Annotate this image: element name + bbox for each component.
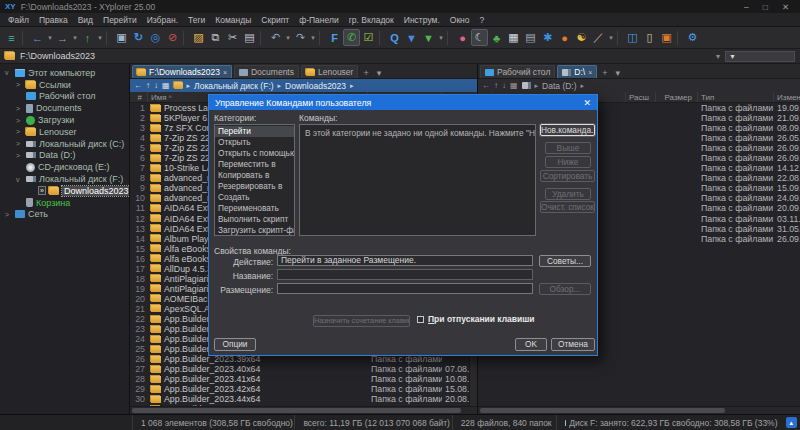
menu-commands[interactable]: Команды xyxy=(210,15,256,25)
tab-close-icon[interactable]: × xyxy=(223,69,227,76)
table-row[interactable]: 27 App.Builder_2023.40x64 Папка с файлам… xyxy=(130,364,477,374)
menu-go[interactable]: Перейти xyxy=(98,15,142,25)
menu-script[interactable]: Скрипт xyxy=(256,15,294,25)
category-item[interactable]: Резервировать в xyxy=(215,181,294,192)
forward-dropdown-icon[interactable]: ▾ xyxy=(71,29,79,46)
horizontal-scrollbar[interactable] xyxy=(478,406,800,414)
expander-icon[interactable]: > xyxy=(16,105,23,112)
toolbar-separator[interactable] xyxy=(617,31,622,45)
tab-list-dropdown-icon[interactable]: ▾ xyxy=(374,68,385,78)
commands-listbox[interactable]: В этой категории не задано ни одной кома… xyxy=(299,124,536,236)
toolbar-separator[interactable] xyxy=(319,31,324,45)
crumb-back-icon[interactable]: ← xyxy=(482,81,490,90)
expander-icon[interactable]: > xyxy=(5,211,12,218)
tab-documents[interactable]: Documents xyxy=(234,65,299,78)
column-header[interactable]: Тип xyxy=(698,92,774,102)
close-icon[interactable]: ✕ xyxy=(782,2,789,12)
toolbar-separator[interactable] xyxy=(379,31,384,45)
expander-icon[interactable]: > xyxy=(16,81,23,88)
assign-shortcut-button[interactable]: Назначить сочетание клавиш... xyxy=(313,315,410,327)
up-dropdown-icon[interactable]: ▾ xyxy=(96,29,104,46)
back-icon[interactable]: ← xyxy=(29,29,46,46)
crumb-down-icon[interactable]: ↓ xyxy=(154,81,158,90)
undo-dropdown-icon[interactable]: ▾ xyxy=(284,29,292,46)
expander-icon[interactable]: v xyxy=(5,69,12,76)
crumb-disk-f[interactable]: Локальный диск (F:) xyxy=(194,81,274,91)
address-dropdown-icon[interactable]: ▾ xyxy=(716,52,720,61)
action-field[interactable]: Перейти в заданное Размещение. xyxy=(277,255,533,266)
up-icon[interactable]: ↑ xyxy=(79,29,96,46)
menu-edit[interactable]: Правка xyxy=(34,15,73,25)
wand-dropdown-icon[interactable]: ▾ xyxy=(607,29,615,46)
dialog-close-icon[interactable]: ✕ xyxy=(583,98,591,108)
menu-tools[interactable]: Инструм. xyxy=(399,15,445,25)
maximize-icon[interactable]: □ xyxy=(763,2,768,12)
category-item[interactable]: Выполнить скрипт xyxy=(215,214,294,225)
menu-view[interactable]: Вид xyxy=(73,15,98,25)
tree-item-desktop[interactable]: Рабочий стол xyxy=(0,91,129,103)
wrench-icon[interactable]: ⚙ xyxy=(684,29,701,46)
menu-list-icon[interactable]: ≡ xyxy=(3,29,20,46)
ok-button[interactable]: OK xyxy=(515,338,547,351)
sort-button[interactable]: Сортировать xyxy=(540,170,595,182)
category-item[interactable]: Открыть xyxy=(215,137,294,148)
table-row[interactable]: 28 App.Builder_2023.41x64 Папка с файлам… xyxy=(130,374,477,384)
moon-icon[interactable]: ☾ xyxy=(471,29,488,46)
menu-tags[interactable]: Теги xyxy=(183,15,210,25)
filter-dropdown-icon[interactable]: ▾ xyxy=(437,29,445,46)
mini-tree-pane-icon[interactable]: ▣ xyxy=(658,29,675,46)
scrollbar-thumb[interactable] xyxy=(480,408,725,413)
expander-icon[interactable]: > xyxy=(16,152,23,159)
column-header[interactable]: Расш xyxy=(626,92,656,102)
wand-icon[interactable]: ／ xyxy=(590,29,607,46)
lollipop-icon[interactable]: ● xyxy=(454,29,471,46)
tab-desktop[interactable]: Рабочий стол xyxy=(480,65,555,78)
filter-green-icon[interactable]: ▼ xyxy=(420,29,437,46)
table-row[interactable]: 29 App.Builder_2023.42x64 Папка с файлам… xyxy=(130,384,477,394)
tree-item-lenouser[interactable]: > Lenouser xyxy=(0,126,129,138)
scrollbar-thumb[interactable] xyxy=(132,408,461,413)
column-header[interactable]: # xyxy=(130,92,148,102)
category-item[interactable]: Загрузить скрипт-файл xyxy=(215,225,294,236)
new-tab-button[interactable]: + xyxy=(360,68,371,78)
grid-icon[interactable]: ▦ xyxy=(505,29,522,46)
tree-item-recycle[interactable]: Корзина xyxy=(0,197,129,209)
tree-item-links[interactable]: > Ссылки xyxy=(0,79,129,91)
toolbar-separator[interactable] xyxy=(106,31,111,45)
tab-list-dropdown-icon[interactable]: ▾ xyxy=(613,68,624,78)
tips-button[interactable]: Советы... xyxy=(539,255,591,267)
dialog-title-bar[interactable]: Управление Командами пользователя ✕ xyxy=(209,95,597,110)
category-item[interactable]: Переименовать xyxy=(215,203,294,214)
crumb-data-d[interactable]: Data (D:) xyxy=(542,81,576,91)
tree-icon[interactable]: ♣ xyxy=(488,29,505,46)
basketball-icon[interactable]: ● xyxy=(556,29,573,46)
tree-item-documents[interactable]: > Documents xyxy=(0,102,129,114)
crumb-up-icon[interactable]: ↑ xyxy=(146,81,150,90)
expander-icon[interactable]: > xyxy=(16,140,23,147)
back-dropdown-icon[interactable]: ▾ xyxy=(46,29,54,46)
column-header[interactable]: Размер xyxy=(656,92,698,102)
menu-tab-groups[interactable]: гр. Вкладок xyxy=(344,15,399,25)
on-key-release-checkbox[interactable] xyxy=(417,316,424,323)
expander-icon[interactable]: > xyxy=(16,128,23,135)
category-item[interactable]: Перейти xyxy=(215,126,294,137)
menu-fpanels[interactable]: ф-Панели xyxy=(294,15,344,25)
options-button[interactable]: Опции xyxy=(214,338,256,351)
menu-help[interactable]: ? xyxy=(475,15,490,25)
stop-icon[interactable]: ⊘ xyxy=(164,29,181,46)
category-item[interactable]: Копировать в xyxy=(215,170,294,181)
crumb-downloads2023[interactable]: Downloads2023 xyxy=(285,81,346,91)
location-field[interactable] xyxy=(277,283,533,294)
tab-d-drive[interactable]: D:\ × xyxy=(557,65,597,78)
crumb-back-icon[interactable]: ← xyxy=(134,81,142,90)
tree-item-disk-c[interactable]: > Локальный диск (C:) xyxy=(0,138,129,150)
tab-close-icon[interactable]: × xyxy=(588,69,592,76)
filter-blue-icon[interactable]: ▼ xyxy=(403,29,420,46)
column-header[interactable]: Изменён xyxy=(774,92,800,102)
tree-item-network[interactable]: > Сеть xyxy=(0,209,129,221)
new-tab-button[interactable]: + xyxy=(599,68,610,78)
move-up-button[interactable]: Выше xyxy=(545,142,591,154)
crumb-grid-icon[interactable]: ▦ xyxy=(510,81,518,90)
toolbar-separator[interactable] xyxy=(447,31,452,45)
tree-item-cd-e[interactable]: CD-дисковод (E:) xyxy=(0,161,129,173)
